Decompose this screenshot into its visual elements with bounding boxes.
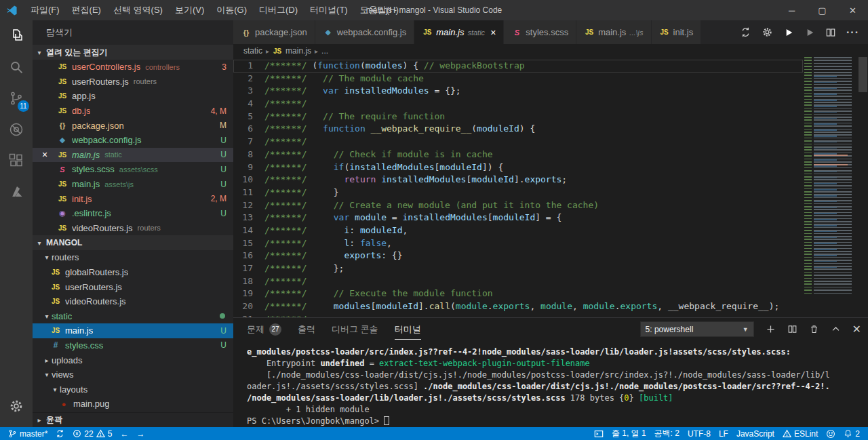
indentation[interactable]: 공백: 2: [650, 428, 684, 439]
file-videoRouters.js[interactable]: JSvideoRouters.js: [33, 294, 233, 309]
tab-label: package.json: [255, 27, 307, 37]
encoding[interactable]: UTF-8: [684, 429, 715, 439]
tab-main.js[interactable]: JSmain.js...\js: [576, 20, 651, 44]
search-icon[interactable]: [0, 52, 33, 83]
git-badge: 2, M: [211, 194, 226, 203]
more-actions-icon[interactable]: ···: [846, 26, 859, 39]
menu-item[interactable]: 편집(E): [66, 0, 107, 20]
panel-tab-문제[interactable]: 문제27: [247, 318, 281, 340]
folder-views[interactable]: ▾views: [33, 367, 233, 382]
folder-static[interactable]: ▾static: [33, 309, 233, 324]
open-editor-item[interactable]: JSmain.jsassets\jsU: [33, 177, 233, 192]
terminal-line: /node_modules/sass-loader/lib/loader.js!…: [247, 393, 864, 404]
tab-package.json[interactable]: {}package.json: [233, 20, 315, 44]
close-button[interactable]: ✕: [837, 0, 868, 20]
open-editor-item[interactable]: ◆webpack.config.jsU: [33, 133, 233, 148]
azure-icon[interactable]: [0, 176, 33, 207]
menu-item[interactable]: 파일(F): [24, 0, 66, 20]
line-number: 7: [233, 136, 264, 148]
tab-init.js[interactable]: JSinit.js: [652, 20, 702, 44]
run-secondary-icon[interactable]: [804, 27, 815, 38]
open-editor-item[interactable]: JSuserRouters.jsrouters: [33, 75, 233, 89]
language-mode[interactable]: JavaScript: [732, 429, 778, 439]
file-styles.css[interactable]: #styles.cssU: [33, 338, 233, 353]
breadcrumb-folder[interactable]: static: [243, 46, 262, 56]
nav-back-icon[interactable]: ←: [116, 427, 132, 440]
open-editor-item[interactable]: JSuserControllers.jscontrollers3: [33, 60, 233, 75]
folder-layouts[interactable]: ▾layouts: [33, 382, 233, 397]
sync-status[interactable]: [52, 427, 68, 440]
extensions-icon[interactable]: [0, 145, 33, 176]
kill-terminal-icon[interactable]: [809, 324, 819, 334]
settings-gear-icon[interactable]: [762, 26, 773, 38]
file-main.js[interactable]: JSmain.jsU: [33, 323, 233, 338]
file-userRouters.js[interactable]: JSuserRouters.js: [33, 279, 233, 294]
file-name: styles.css: [65, 340, 103, 351]
code-editor[interactable]: 1/******/ (function(modules) { // webpac…: [233, 58, 803, 317]
close-panel-icon[interactable]: ✕: [852, 323, 861, 336]
split-editor-icon[interactable]: [825, 27, 836, 38]
folder-uploads[interactable]: ▸uploads: [33, 353, 233, 367]
minimap[interactable]: [803, 56, 856, 321]
tab-styles.scss[interactable]: Sstyles.scss: [504, 20, 576, 44]
git-branch-status[interactable]: master*: [4, 427, 52, 440]
linter-status[interactable]: ESLint: [778, 429, 822, 439]
terminal-select[interactable]: 5: powershell ▼: [640, 321, 754, 337]
project-folder-header[interactable]: ▾ MANGOL: [33, 235, 233, 250]
toggle-panel-icon[interactable]: [590, 429, 608, 439]
panel-tab-디버그 콘솔[interactable]: 디버그 콘솔: [332, 318, 378, 340]
eol-sequence[interactable]: LF: [715, 429, 732, 439]
file-name: userControllers.js: [72, 62, 140, 72]
problems-status[interactable]: 22 5: [68, 427, 116, 440]
js-file-icon: JS: [50, 268, 61, 276]
terminal-line: e_modules/postcss-loader/src/index.js??r…: [247, 346, 864, 358]
debug-icon[interactable]: [0, 114, 33, 145]
file-globalRouters.js[interactable]: JSglobalRouters.js: [33, 265, 233, 280]
settings-gear-icon[interactable]: [0, 391, 33, 422]
open-editor-item[interactable]: Sstyles.scssassets\scssU: [33, 162, 233, 177]
panel-tab-터미널[interactable]: 터미널: [395, 318, 421, 340]
menu-item[interactable]: 터미널(T): [304, 0, 354, 20]
new-terminal-icon[interactable]: [766, 324, 776, 334]
open-editor-item[interactable]: {}package.jsonM: [33, 118, 233, 133]
outline-header[interactable]: ▸ 윤곽: [33, 412, 233, 427]
notifications-bell[interactable]: 2: [840, 429, 864, 439]
open-editor-item[interactable]: JSvideoRouters.jsrouters: [33, 221, 233, 236]
feedback-smiley-icon[interactable]: [822, 429, 840, 439]
folder-routers[interactable]: ▾routers: [33, 250, 233, 265]
close-icon[interactable]: ×: [42, 148, 47, 163]
breadcrumb-file[interactable]: main.js: [285, 46, 311, 56]
cursor-position[interactable]: 줄 1, 열 1: [608, 428, 650, 439]
close-icon[interactable]: ×: [490, 27, 496, 38]
breadcrumb-symbol[interactable]: ...: [321, 46, 328, 56]
run-icon[interactable]: [783, 27, 794, 38]
webpack-file-icon: ◆: [57, 136, 68, 144]
open-editor-item[interactable]: JSinit.js2, M: [33, 191, 233, 206]
open-editor-item[interactable]: JSapp.js: [33, 89, 233, 104]
maximize-panel-icon[interactable]: [831, 324, 841, 334]
nav-forward-icon[interactable]: →: [132, 427, 149, 440]
panel-tab-출력[interactable]: 출력: [298, 318, 315, 340]
menu-item[interactable]: 이동(G): [210, 0, 253, 20]
open-editors-header[interactable]: ▾ 열려 있는 편집기: [33, 45, 233, 60]
minimize-button[interactable]: ─: [776, 0, 807, 20]
tab-main.js[interactable]: JSmain.jsstatic×: [414, 20, 504, 44]
terminal-output[interactable]: e_modules/postcss-loader/src/index.js??r…: [247, 346, 864, 426]
open-editor-item[interactable]: ×JSmain.jsstaticU: [33, 148, 233, 163]
open-editor-item[interactable]: JSdb.js4, M: [33, 104, 233, 119]
editor-scrollbar[interactable]: [859, 57, 867, 92]
file-name: globalRouters.js: [65, 267, 128, 277]
tab-webpack.config.js[interactable]: ◆webpack.config.js: [315, 20, 415, 44]
explorer-icon[interactable]: [0, 20, 33, 52]
menu-item[interactable]: 보기(V): [169, 0, 210, 20]
file-main.pug[interactable]: ●main.pug: [33, 397, 233, 412]
menu-item[interactable]: 디버그(D): [253, 0, 304, 20]
menu-item[interactable]: 선택 영역(S): [107, 0, 169, 20]
code-line: 3/******/ var installedModules = {};: [233, 85, 803, 98]
js-file-icon: JS: [57, 78, 68, 85]
split-terminal-icon[interactable]: [787, 324, 797, 334]
source-control-icon[interactable]: 11: [0, 83, 33, 114]
open-editor-item[interactable]: ◉.eslintrc.jsU: [33, 206, 233, 221]
maximize-button[interactable]: ▢: [807, 0, 837, 20]
sync-icon[interactable]: [740, 26, 751, 38]
